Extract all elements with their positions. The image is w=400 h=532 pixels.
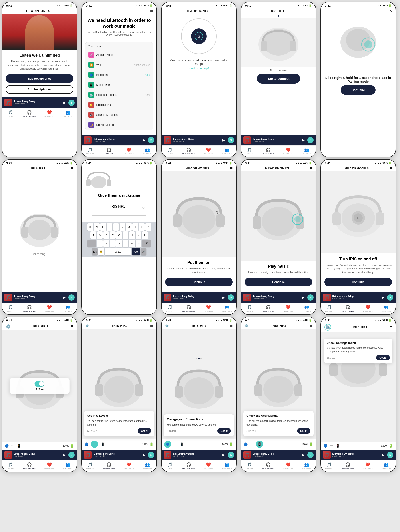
play-put[interactable]: ▶	[221, 295, 226, 300]
key-backspace[interactable]: ⌫	[142, 240, 151, 247]
nav-hp-r2-1[interactable]: 🎧HEADPHONES	[23, 305, 36, 312]
nav-part-4[interactable]: 👥PARTNERS	[302, 147, 311, 155]
iris-toggle[interactable]	[35, 381, 44, 386]
settings-row-mobile[interactable]: 📱 Mobile Data	[85, 80, 153, 90]
add-headphones-btn[interactable]: Add Headphones	[6, 85, 73, 94]
bt-r3-4[interactable]: 🔵	[244, 442, 248, 446]
got-it-conn[interactable]: Got it!	[217, 428, 231, 434]
menu-bt[interactable]: ☰	[150, 9, 153, 13]
key-o[interactable]: O	[139, 223, 145, 231]
nav-partners-1[interactable]: 👥PARTNERS	[63, 110, 72, 117]
key-x[interactable]: X	[103, 240, 109, 247]
gear-r3-4[interactable]: ⚙️	[245, 324, 248, 328]
key-emoji[interactable]: 😊	[98, 248, 104, 255]
gear-r3-2[interactable]: ⚙️	[85, 324, 89, 328]
nav-part-3[interactable]: 👥PARTNERS	[222, 147, 232, 155]
menu-r3-3[interactable]: ☰	[230, 324, 233, 328]
continue-iris-oo[interactable]: Continue	[325, 278, 392, 286]
gear-r3-5-active[interactable]: ⚙️	[325, 324, 331, 331]
gear-r3-1[interactable]: ⚙️	[6, 324, 11, 329]
skip-conn[interactable]: Skip tour	[167, 429, 176, 433]
nav-well-2[interactable]: ❤️WELLNESS	[124, 147, 134, 155]
clear-btn[interactable]: ✕	[142, 206, 145, 210]
play-r3-5[interactable]: ▶	[381, 452, 386, 457]
key-f[interactable]: F	[110, 231, 116, 239]
key-n[interactable]: N	[129, 240, 135, 247]
settings-row-airplane[interactable]: ✈️ Airplane Mode	[85, 50, 153, 60]
nav-part-2[interactable]: 👥PARTNERS	[143, 147, 152, 155]
menu-r3-4[interactable]: ☰	[310, 324, 312, 328]
key-d[interactable]: D	[103, 231, 109, 239]
play-btn-r2-1[interactable]: ▶	[62, 295, 67, 300]
menu-icon-1[interactable]: ☰	[71, 9, 73, 13]
key-a[interactable]: A	[90, 231, 96, 239]
settings-row-notif[interactable]: 🔔 Notifications	[85, 100, 153, 110]
nav-hp-4[interactable]: 🎧HEADPHONES	[262, 147, 275, 155]
key-go[interactable]: Go	[132, 248, 140, 255]
buy-headphones-btn[interactable]: Buy Headphones	[6, 74, 73, 83]
device-r3-5[interactable]: 📱	[336, 444, 340, 448]
menu-iris-oo[interactable]: ☰	[389, 167, 392, 170]
key-p[interactable]: P	[145, 223, 151, 231]
nav-lib-2[interactable]: 🎵LIBRARY	[86, 147, 94, 155]
settings-row-bluetooth[interactable]: 🔵 Bluetooth On ›	[85, 70, 153, 80]
continue-play[interactable]: Continue	[245, 278, 312, 286]
eq-r3-4[interactable]: 〰	[250, 442, 253, 446]
key-g[interactable]: G	[116, 231, 122, 239]
key-b[interactable]: B	[123, 240, 128, 247]
scan-help[interactable]: Need more help?	[162, 67, 236, 70]
continue-put[interactable]: Continue	[165, 278, 233, 286]
nav-lib-3[interactable]: 🎵LIBRARY	[166, 147, 174, 155]
settings-row-sounds[interactable]: 🔊 Sounds & Haptics	[85, 110, 153, 120]
player-s-2[interactable]: S	[148, 137, 154, 143]
key-l[interactable]: L	[142, 231, 148, 239]
eq-r3-3[interactable]: 〰	[174, 442, 177, 446]
play-btn-3[interactable]: ▶	[221, 137, 226, 143]
key-m[interactable]: M	[136, 240, 141, 247]
device-r3-2[interactable]: 📱	[101, 442, 104, 446]
nav-well-r2-1[interactable]: ❤️WELLNESS	[44, 305, 54, 312]
nav-library-1[interactable]: 🎵LIBRARY	[7, 110, 14, 117]
key-v[interactable]: V	[116, 240, 122, 247]
back-icon-bt[interactable]: ‹	[85, 9, 86, 13]
key-i[interactable]: I	[132, 223, 138, 231]
key-shift[interactable]: ⇧	[87, 240, 96, 247]
key-t[interactable]: T	[113, 223, 119, 231]
nav-headphones-1[interactable]: 🎧HEADPHONES	[23, 110, 36, 117]
device-r3-3[interactable]: 📱	[180, 442, 184, 446]
menu-r3-2[interactable]: ☰	[150, 324, 153, 328]
key-w[interactable]: W	[94, 223, 100, 231]
nav-wellness-1[interactable]: ❤️WELLNESS	[44, 110, 54, 117]
key-e[interactable]: E	[100, 223, 106, 231]
skip-iris[interactable]: Skip tour	[87, 429, 97, 433]
key-r[interactable]: R	[107, 223, 112, 231]
gear-r3-3[interactable]: ⚙️	[165, 324, 169, 328]
key-space[interactable]: space	[105, 248, 131, 255]
eq-active-r3-2[interactable]: 〰	[91, 441, 98, 448]
nav-well-3[interactable]: ❤️WELLNESS	[204, 147, 213, 155]
nav-lib-4[interactable]: 🎵LIBRARY	[246, 147, 253, 155]
play-iris-oo[interactable]: ▶	[381, 295, 386, 300]
close-pair[interactable]: ✕	[390, 9, 392, 13]
settings-row-dnd[interactable]: 🌙 Do Not Disturb	[85, 120, 153, 130]
play-r3-2[interactable]: ▶	[141, 452, 147, 457]
key-y[interactable]: Y	[119, 223, 125, 231]
menu-r3-5[interactable]: ☰	[389, 326, 392, 329]
settings-row-hotspot[interactable]: 📡 Personal Hotspot Off ›	[85, 90, 153, 100]
key-mic[interactable]: 🎤	[141, 248, 146, 255]
key-c[interactable]: C	[110, 240, 116, 247]
continue-btn-pair[interactable]: Continue	[341, 85, 375, 95]
key-q[interactable]: Q	[87, 223, 93, 231]
nav-well-4[interactable]: ❤️WELLNESS	[283, 147, 293, 155]
got-it-settings[interactable]: Got it!	[376, 355, 390, 360]
skip-manual[interactable]: Skip tour	[246, 429, 256, 433]
menu-conn[interactable]: ☰	[71, 167, 73, 170]
play-r3-4[interactable]: ▶	[301, 452, 306, 457]
menu-r3-1[interactable]: ☰	[71, 325, 73, 328]
nav-lib-r2-1[interactable]: 🎵LIBRARY	[7, 305, 14, 312]
play-r3-1[interactable]: ▶	[62, 452, 67, 457]
eq-r3-5[interactable]: 〰	[330, 444, 333, 448]
key-k[interactable]: K	[136, 231, 141, 239]
play-btn-2[interactable]: ▶	[141, 137, 147, 143]
play-btn-play[interactable]: ▶	[301, 295, 306, 300]
